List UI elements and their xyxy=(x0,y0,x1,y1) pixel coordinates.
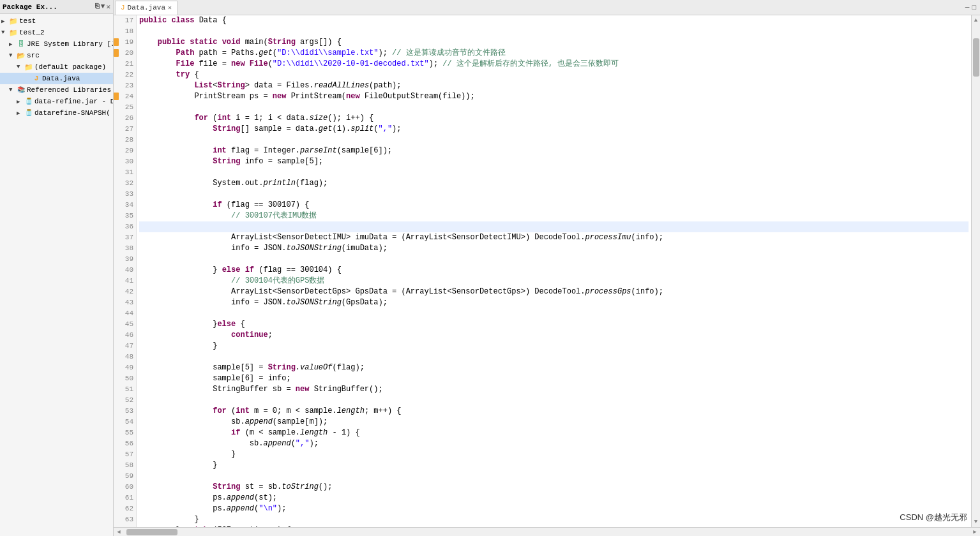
editor-maximize-icon[interactable]: □ xyxy=(972,4,976,11)
line-number-29: 29 xyxy=(114,145,136,156)
line-number-52: 52 xyxy=(114,395,136,406)
code-line-33 xyxy=(139,189,969,200)
sidebar-item-datarefine-jar[interactable]: ▶ 🫙 data-refine.jar - DA\ xyxy=(0,96,113,107)
code-line-23: List<String> data = Files.readAllLines(p… xyxy=(139,80,969,91)
line-number-62: 62 xyxy=(114,503,136,514)
line-number-18: 18 xyxy=(114,26,136,37)
tree-arrow-referenced-libraries: ▼ xyxy=(9,87,17,93)
code-line-36 xyxy=(139,221,969,232)
line-number-37: 37 xyxy=(114,232,136,243)
line-number-51: 51 xyxy=(114,384,136,395)
line-number-23: 23 xyxy=(114,80,136,91)
line-number-48: 48 xyxy=(114,352,136,362)
code-line-17: public class Data { xyxy=(139,15,969,26)
line-number-41: 41 xyxy=(114,276,136,287)
sidebar-title: Package Ex... xyxy=(3,3,57,11)
line-numbers: 1718192021222324252627282930313233343536… xyxy=(114,15,137,527)
editor-window-controls: ─ □ xyxy=(965,4,979,11)
package-explorer-tree: ▶ 📁 test ▼ 📁 test_2 ▶ 🗄 JRE System Libra… xyxy=(0,14,113,536)
view-menu-icon[interactable]: ▼ xyxy=(101,3,105,11)
code-line-29: int flag = Integer.parseInt(sample[6]); xyxy=(139,145,969,156)
package-explorer-panel: Package Ex... ⎘ ▼ ✕ ▶ 📁 test ▼ 📁 xyxy=(0,0,114,536)
close-panel-icon[interactable]: ✕ xyxy=(106,3,110,11)
code-line-51: StringBuffer sb = new StringBuffer(); xyxy=(139,384,969,395)
line-number-60: 60 xyxy=(114,482,136,493)
folder-icon-src: 📂 xyxy=(17,51,26,60)
project-icon-test: 📁 xyxy=(9,17,18,26)
line-number-46: 46 xyxy=(114,330,136,341)
code-line-30: String info = sample[5]; xyxy=(139,156,969,167)
line-number-25: 25 xyxy=(114,102,136,113)
line-number-26: 26 xyxy=(114,113,136,124)
code-line-32: System.out.println(flag); xyxy=(139,178,969,189)
line-number-47: 47 xyxy=(114,341,136,352)
code-line-37: ArrayList<SensorDetectIMU> imuData = (Ar… xyxy=(139,232,969,243)
scroll-up-btn[interactable]: ▲ xyxy=(972,15,980,26)
line-number-31: 31 xyxy=(114,167,136,178)
sidebar-item-label-referenced-libraries: Referenced Libraries xyxy=(27,86,111,94)
sidebar-item-label-test2: test_2 xyxy=(19,29,45,36)
line-number-61: 61 xyxy=(114,493,136,503)
code-line-22: try { xyxy=(139,70,969,80)
sidebar-item-data-java[interactable]: J Data.java xyxy=(0,73,113,84)
tree-arrow-src: ▼ xyxy=(9,52,17,59)
sidebar-item-label-jre: JRE System Library [Ja xyxy=(27,40,113,48)
horizontal-scrollbar[interactable]: ◀ ▶ xyxy=(114,527,980,536)
sidebar-item-referenced-libraries[interactable]: ▼ 📚 Referenced Libraries xyxy=(0,84,113,96)
jar-icon-datarefine: 🫙 xyxy=(24,97,33,106)
line-number-44: 44 xyxy=(114,308,136,319)
line-number-30: 30 xyxy=(114,156,136,167)
line-number-56: 56 xyxy=(114,438,136,449)
sidebar-item-label-datarefine-snapshot: datarefine-SNAPSH( xyxy=(34,109,110,117)
code-line-54: sb.append(sample[m]); xyxy=(139,417,969,428)
jar-icon-jre: 🗄 xyxy=(17,40,26,48)
sidebar-item-test[interactable]: ▶ 📁 test xyxy=(0,15,113,27)
code-line-61: ps.append(st); xyxy=(139,493,969,503)
code-line-31 xyxy=(139,167,969,178)
lib-icon-referenced: 📚 xyxy=(17,86,26,94)
line-number-38: 38 xyxy=(114,243,136,254)
sidebar-item-test2[interactable]: ▼ 📁 test_2 xyxy=(0,27,113,38)
code-editor[interactable]: public class Data { public static void m… xyxy=(137,15,971,527)
line-number-54: 54 xyxy=(114,417,136,428)
tab-label-data-java: Data.java xyxy=(128,4,165,11)
collapse-all-icon[interactable]: ⎘ xyxy=(95,3,100,11)
code-line-50: sample[6] = info; xyxy=(139,373,969,384)
line-number-24: 24 xyxy=(114,91,136,102)
code-line-44 xyxy=(139,308,969,319)
code-line-49: sample[5] = String.valueOf(flag); xyxy=(139,362,969,373)
editor-minimize-icon[interactable]: ─ xyxy=(965,4,970,11)
line-number-36: 36 xyxy=(114,221,136,232)
sidebar-item-datarefine-snapshot[interactable]: ▶ 🫙 datarefine-SNAPSH( xyxy=(0,107,113,119)
line-number-19: 19 xyxy=(114,37,136,48)
code-container[interactable]: 1718192021222324252627282930313233343536… xyxy=(114,15,980,527)
scroll-left-btn[interactable]: ◀ xyxy=(114,528,124,536)
h-scroll-thumb[interactable] xyxy=(126,529,177,535)
code-line-43: info = JSON.toJSONString(GpsData); xyxy=(139,297,969,308)
line-number-45: 45 xyxy=(114,319,136,330)
code-line-60: String st = sb.toString(); xyxy=(139,482,969,493)
sidebar-item-label-src: src xyxy=(27,52,40,59)
code-line-57: } xyxy=(139,449,969,460)
folder-icon-default-package: 📁 xyxy=(24,63,33,71)
tab-data-java[interactable]: J Data.java ✕ xyxy=(115,1,177,15)
tree-arrow-jre: ▶ xyxy=(9,41,17,48)
sidebar-item-jre[interactable]: ▶ 🗄 JRE System Library [Ja xyxy=(0,38,113,50)
code-line-56: sb.append(","); xyxy=(139,438,969,449)
code-line-53: for (int m = 0; m < sample.length; m++) … xyxy=(139,406,969,417)
code-line-41: // 300104代表的GPS数据 xyxy=(139,276,969,287)
line-number-42: 42 xyxy=(114,287,136,297)
line-number-64: 64 xyxy=(114,525,136,527)
code-line-18 xyxy=(139,26,969,37)
tab-close-icon[interactable]: ✕ xyxy=(168,4,172,11)
line-number-17: 17 xyxy=(114,15,136,26)
sidebar-item-default-package[interactable]: ▼ 📁 (default package) xyxy=(0,61,113,73)
vertical-scrollbar[interactable]: ▲ ▼ xyxy=(971,15,980,527)
sidebar-item-src[interactable]: ▼ 📂 src xyxy=(0,50,113,61)
scroll-thumb[interactable] xyxy=(973,38,979,77)
sidebar-header: Package Ex... ⎘ ▼ ✕ xyxy=(0,0,113,14)
line-number-40: 40 xyxy=(114,265,136,276)
code-line-26: for (int i = 1; i < data.size(); i++) { xyxy=(139,113,969,124)
scroll-right-btn[interactable]: ▶ xyxy=(970,528,980,536)
scroll-down-btn[interactable]: ▼ xyxy=(972,517,980,527)
